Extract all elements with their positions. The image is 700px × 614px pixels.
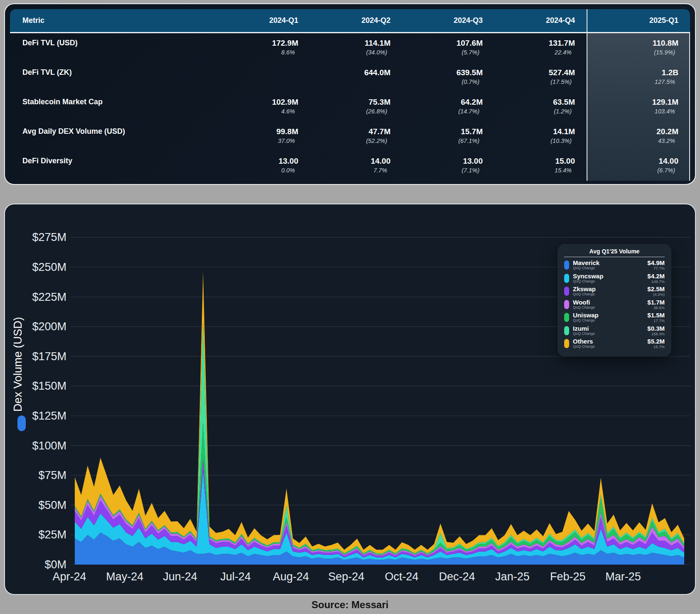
legend-qoq-label: QoQ Change: [573, 279, 603, 283]
cell-qoq-change: 127.5%: [587, 79, 690, 85]
legend-qoq-label: QoQ Change: [573, 344, 595, 349]
metric-cell: 15.0015.4%: [494, 157, 587, 181]
legend-qoq-label: QoQ Change: [573, 292, 596, 296]
cell-qoq-change: 103.4%: [587, 108, 690, 115]
table-row: DeFi TVL (USD)172.9M8.6%114.1M(34.0%)107…: [10, 33, 690, 63]
cell-value: 13.00: [402, 157, 494, 166]
svg-text:$125M: $125M: [32, 410, 66, 422]
cell-qoq-change: 0.0%: [218, 167, 310, 174]
column-header-2024-q1: 2024-Q1: [218, 16, 310, 25]
legend-item-maverick[interactable]: MaverickQoQ Change$4.9M77.7%: [564, 260, 665, 273]
svg-text:Jul-24: Jul-24: [220, 570, 251, 583]
cell-qoq-change: 4.6%: [218, 108, 310, 115]
svg-text:$50M: $50M: [38, 499, 66, 511]
cell-value: 527.4M: [494, 68, 587, 77]
cell-value: 107.6M: [402, 39, 494, 48]
legend-item-woofi[interactable]: WoofiQoQ Change$1.7M38.5%: [564, 299, 665, 312]
cell-qoq-change: (14.7%): [402, 108, 494, 115]
metric-cell: 15.7M(67.1%): [402, 127, 494, 151]
legend-item-qoq-value: (4.3%): [647, 292, 665, 297]
legend-item-values: $1.7M38.5%: [647, 299, 665, 310]
metric-cell: 13.000.0%: [218, 157, 310, 181]
svg-text:$250M: $250M: [32, 261, 66, 273]
metric-cell: 639.5M(0.7%): [402, 68, 494, 92]
cell-qoq-change: (1.2%): [494, 108, 587, 115]
metric-cell: 14.007.7%: [310, 157, 402, 181]
metric-cell: [218, 68, 310, 92]
legend-item-values: $0.3M158.3%: [647, 325, 665, 336]
cell-value: 644.0M: [310, 68, 402, 77]
legend-item-text: SyncswapQoQ Change: [573, 273, 603, 283]
svg-text:$200M: $200M: [32, 320, 66, 333]
cell-value: 99.8M: [218, 127, 310, 136]
metric-cell: 131.7M22.4%: [494, 39, 587, 63]
legend-item-name: Syncswap: [573, 273, 603, 279]
svg-text:Feb-25: Feb-25: [550, 570, 586, 583]
metric-cell: 1.2B127.5%: [587, 68, 690, 92]
legend-item-zkswap[interactable]: ZkswapQoQ Change$2.5M(4.3%): [564, 286, 665, 299]
cell-value: 639.5M: [402, 68, 494, 77]
cell-value: 20.2M: [587, 127, 690, 136]
legend-item-name: Izumi: [573, 325, 595, 332]
metric-cell: 644.0M: [310, 68, 402, 92]
legend-item-text: MaverickQoQ Change: [573, 260, 599, 270]
legend-item-volume: $4.2M: [647, 273, 665, 279]
metric-cell: 14.00(6.7%): [587, 157, 690, 181]
legend-item-values: $4.2M149.7%: [647, 273, 665, 284]
cell-qoq-change: 43.2%: [587, 138, 690, 144]
legend-color-pill: [564, 274, 569, 283]
legend-item-text: OthersQoQ Change: [573, 338, 595, 349]
legend-item-others[interactable]: OthersQoQ Change$5.2M15.7%: [564, 338, 665, 351]
metric-cell: 47.7M(52.2%): [310, 127, 402, 151]
cell-value: 102.9M: [218, 98, 310, 107]
legend-item-volume: $1.7M: [647, 299, 665, 305]
metric-cell: 172.9M8.6%: [218, 39, 310, 63]
svg-text:Dex Volume (USD): Dex Volume (USD): [12, 317, 24, 412]
cell-qoq-change: (7.1%): [402, 167, 494, 174]
cell-qoq-change: 37.0%: [218, 138, 310, 144]
legend-item-qoq-value: 17.7%: [647, 318, 665, 323]
legend-item-qoq-value: 15.7%: [647, 344, 665, 349]
metric-cell: 527.4M(17.5%): [494, 68, 587, 92]
legend-item-name: Zkswap: [573, 286, 596, 292]
legend-item-izumi[interactable]: IzumiQoQ Change$0.3M158.3%: [564, 325, 665, 339]
legend-item-values: $2.5M(4.3%): [647, 286, 665, 297]
cell-qoq-change: (0.7%): [402, 79, 494, 85]
svg-text:$0M: $0M: [44, 558, 66, 571]
cell-qoq-change: 22.4%: [494, 49, 587, 56]
chart-legend: Avg Q1'25 Volume MaverickQoQ Change$4.9M…: [558, 244, 671, 356]
metric-label: DeFi Diversity: [10, 157, 218, 181]
legend-item-values: $4.9M77.7%: [647, 260, 665, 270]
metric-cell: 64.2M(14.7%): [402, 98, 494, 122]
legend-item-volume: $1.5M: [647, 312, 665, 318]
cell-qoq-change: (17.5%): [494, 79, 587, 85]
svg-text:$150M: $150M: [32, 380, 66, 392]
cell-value: 47.7M: [310, 127, 402, 136]
svg-text:May-24: May-24: [106, 570, 143, 583]
legend-color-pill: [564, 313, 569, 322]
metric-cell: 63.5M(1.2%): [494, 98, 587, 122]
table-row: Stablecoin Market Cap102.9M4.6%75.3M(26.…: [10, 92, 690, 122]
legend-item-syncswap[interactable]: SyncswapQoQ Change$4.2M149.7%: [564, 273, 665, 286]
legend-item-name: Others: [573, 338, 595, 344]
cell-value: 63.5M: [494, 98, 587, 107]
cell-value: 114.1M: [310, 39, 402, 48]
legend-color-pill: [564, 300, 569, 309]
legend-item-name: Uniswap: [573, 312, 599, 318]
legend-item-uniswap[interactable]: UniswapQoQ Change$1.5M17.7%: [564, 312, 665, 325]
dex-volume-chart-panel: $0M$25M$50M$75M$100M$125M$150M$175M$200M…: [4, 204, 696, 595]
svg-text:Jan-25: Jan-25: [495, 570, 530, 583]
table-row: Avg Daily DEX Volume (USD)99.8M37.0%47.7…: [10, 122, 690, 151]
svg-text:Sep-24: Sep-24: [328, 570, 364, 583]
legend-item-volume: $5.2M: [647, 338, 665, 344]
legend-title: Avg Q1'25 Volume: [564, 248, 665, 257]
cell-value: 15.00: [494, 157, 587, 166]
legend-item-values: $1.5M17.7%: [647, 312, 665, 323]
cell-value: 110.8M: [587, 39, 690, 48]
table-body: DeFi TVL (USD)172.9M8.6%114.1M(34.0%)107…: [10, 33, 690, 181]
legend-item-text: UniswapQoQ Change: [573, 312, 599, 322]
svg-text:Aug-24: Aug-24: [273, 570, 309, 583]
svg-text:Jun-24: Jun-24: [163, 570, 197, 583]
legend-item-volume: $0.3M: [647, 325, 665, 332]
svg-text:$100M: $100M: [32, 440, 66, 452]
